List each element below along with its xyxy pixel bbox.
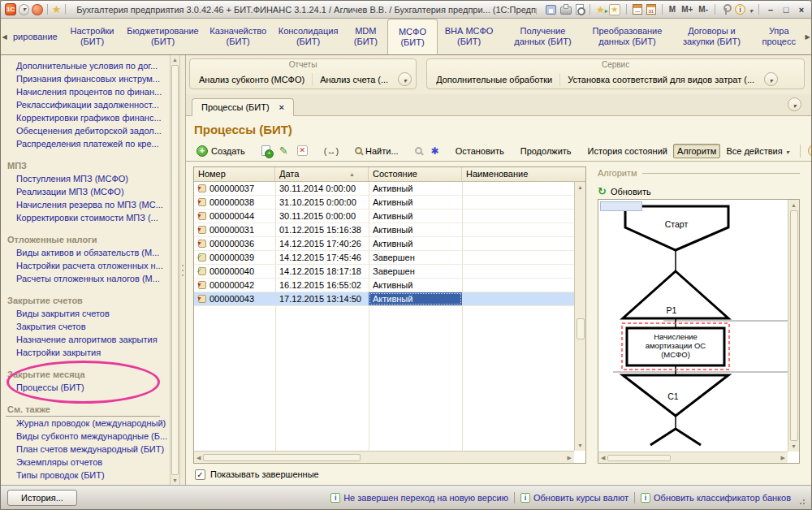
flowchart-vertical-scrollbar[interactable]: [788, 200, 799, 452]
sidebar-item[interactable]: Реализации МПЗ (МСФО): [6, 185, 170, 198]
table-row[interactable]: 00000004014.12.2015 18:17:18Завершен: [194, 265, 585, 279]
command-button[interactable]: Установка соответствий для видов затрат …: [559, 73, 762, 86]
sidebar-scrollbar[interactable]: [170, 55, 180, 485]
sidebar-item[interactable]: Поступления МПЗ (МСФО): [6, 172, 170, 185]
scroll-up-icon[interactable]: [577, 184, 583, 191]
state-history-button[interactable]: История состояний: [585, 145, 671, 158]
scroll-right-icon[interactable]: [781, 454, 785, 461]
column-header-number[interactable]: Номер: [194, 167, 275, 181]
info-icon[interactable]: i: [735, 4, 745, 15]
ribbon-tab[interactable]: МСФО (БИТ): [387, 19, 437, 54]
help-button[interactable]: ?: [808, 145, 812, 157]
resume-button[interactable]: Продолжить: [517, 145, 575, 158]
sidebar-item[interactable]: Виды активов и обязательств (М...: [6, 246, 170, 259]
minimize-button[interactable]: –: [765, 5, 776, 15]
service-more-button[interactable]: [764, 72, 778, 86]
stop-button[interactable]: Остановить: [452, 145, 508, 158]
ribbon-tab[interactable]: ВНА МСФО (БИТ): [438, 19, 501, 54]
sidebar-item[interactable]: Дополнительные условия по дог...: [6, 59, 170, 72]
scrollbar-thumb[interactable]: [790, 210, 798, 441]
scrollbar-thumb[interactable]: [203, 454, 361, 461]
ribbon-tab[interactable]: Преобразование данных (БИТ): [585, 19, 669, 54]
status-message[interactable]: iОбновить классификатор банков: [641, 493, 791, 503]
ribbon-tab[interactable]: Бюджетирование (БИТ): [122, 19, 203, 54]
highlight-button[interactable]: [428, 145, 443, 158]
session-button[interactable]: [32, 4, 42, 15]
history-button[interactable]: История...: [7, 490, 77, 506]
flow-next-node[interactable]: [650, 429, 701, 445]
algorithm-toggle-button[interactable]: Алгоритм: [673, 144, 721, 158]
refresh-button[interactable]: Обновить: [598, 179, 800, 199]
tab-processes[interactable]: Процессы (БИТ) ×: [192, 98, 294, 116]
clear-search-button[interactable]: [412, 145, 425, 156]
table-row[interactable]: 00000004216.12.2015 16:55:02Активный: [194, 279, 585, 292]
sidebar-item[interactable]: Экземпляры отчетов: [6, 456, 170, 469]
column-header-date[interactable]: Дата: [275, 167, 369, 181]
ribbon-tab[interactable]: Договоры и закупки (БИТ): [669, 19, 754, 54]
column-header-state[interactable]: Состояние: [369, 167, 462, 181]
memory-m-plus-button[interactable]: M+: [680, 5, 693, 14]
show-completed-checkbox[interactable]: [195, 469, 205, 480]
status-message[interactable]: iНе завершен переход на новую версию: [330, 493, 508, 503]
table-row[interactable]: 00000004317.12.2015 13:14:50Активный: [194, 292, 585, 306]
ribbon-tab[interactable]: рирование: [8, 19, 63, 54]
scrollbar-thumb[interactable]: [171, 65, 179, 475]
scroll-right-icon[interactable]: [568, 454, 572, 461]
column-header-name[interactable]: Наименование: [462, 167, 585, 181]
table-row[interactable]: 00000003614.12.2015 17:40:26Активный: [194, 237, 585, 251]
maximize-button[interactable]: □: [780, 5, 792, 15]
close-button[interactable]: ×: [796, 5, 807, 15]
sidebar-item[interactable]: Назначение алгоритмов закрытия: [6, 333, 170, 346]
sidebar-item[interactable]: Виды субконто международные (Б...: [6, 430, 170, 443]
ribbon-tab[interactable]: Консолидация (БИТ): [273, 19, 344, 54]
main-menu-button[interactable]: [19, 4, 29, 15]
scroll-down-icon[interactable]: [791, 443, 797, 450]
table-row[interactable]: 00000003730.11.2014 0:00:00Активный: [194, 182, 585, 196]
sidebar-item[interactable]: Закрытия счетов: [6, 320, 170, 333]
sidebar-item[interactable]: Признания финансовых инструм...: [6, 72, 170, 85]
status-message[interactable]: iОбновить курсы валют: [520, 493, 628, 503]
sidebar-splitter[interactable]: [180, 55, 186, 485]
delete-button[interactable]: ✕: [294, 144, 311, 158]
calendar-icon[interactable]: 31: [646, 4, 656, 15]
sidebar-item[interactable]: Настройки расчета отложенных н...: [6, 259, 170, 272]
chevron-down-icon[interactable]: [749, 5, 753, 15]
sidebar-item[interactable]: Реклассификации задолженност...: [6, 98, 170, 111]
print-icon[interactable]: [560, 6, 572, 15]
sidebar-item[interactable]: Виды закрытия счетов: [6, 307, 170, 320]
sidebar-item[interactable]: Настройки закрытия: [6, 346, 170, 359]
flowchart[interactable]: Старт P1 Начисление амортизации ОС (МСФО…: [598, 199, 800, 464]
print-preview-icon[interactable]: [576, 4, 584, 15]
ribbon-tab[interactable]: Получение данных (БИТ): [500, 19, 585, 54]
tabs-scroll-right-icon[interactable]: [804, 19, 811, 54]
sidebar-item[interactable]: Начисления резерва по МПЗ (МС...: [6, 198, 170, 211]
scroll-down-icon[interactable]: [577, 442, 583, 449]
sidebar-item[interactable]: Процессы (БИТ): [6, 381, 170, 394]
tab-close-icon[interactable]: ×: [279, 102, 284, 112]
table-row[interactable]: 00000003914.12.2015 17:45:46Завершен: [194, 251, 585, 265]
sidebar-item[interactable]: Типы проводок (БИТ): [6, 469, 170, 482]
ribbon-tab[interactable]: Упра процесс: [754, 19, 804, 54]
scroll-down-icon[interactable]: [172, 477, 178, 484]
window-list-button[interactable]: [788, 97, 801, 111]
resize-grip[interactable]: [797, 494, 805, 501]
scrollbar-thumb[interactable]: [577, 318, 585, 339]
save-icon[interactable]: [546, 5, 556, 15]
scroll-left-icon[interactable]: [197, 454, 201, 461]
scroll-up-icon[interactable]: [172, 56, 178, 63]
ribbon-tab[interactable]: MDM (БИТ): [343, 19, 387, 54]
sidebar-item[interactable]: Обесценения дебиторской задол...: [6, 124, 170, 137]
memory-m-button[interactable]: M: [668, 5, 676, 14]
ribbon-tab[interactable]: Настройки (БИТ): [63, 19, 123, 54]
sidebar-item[interactable]: Корректировки графиков финанс...: [6, 111, 170, 124]
sidebar-item[interactable]: Распределения платежей по кре...: [6, 137, 170, 150]
table-vertical-scrollbar[interactable]: [574, 182, 585, 451]
sidebar-item[interactable]: Начисления процентов по финан...: [6, 85, 170, 98]
all-actions-button[interactable]: Все действия: [723, 145, 792, 158]
memory-m-minus-button[interactable]: M-: [698, 5, 709, 14]
ribbon-tab[interactable]: Казначейство (БИТ): [204, 19, 273, 54]
calculator-icon[interactable]: [633, 4, 642, 15]
command-button[interactable]: Анализ счета (...: [312, 73, 395, 86]
edit-button[interactable]: ✎: [276, 144, 292, 158]
go-favorites-icon[interactable]: ★: [596, 5, 605, 15]
